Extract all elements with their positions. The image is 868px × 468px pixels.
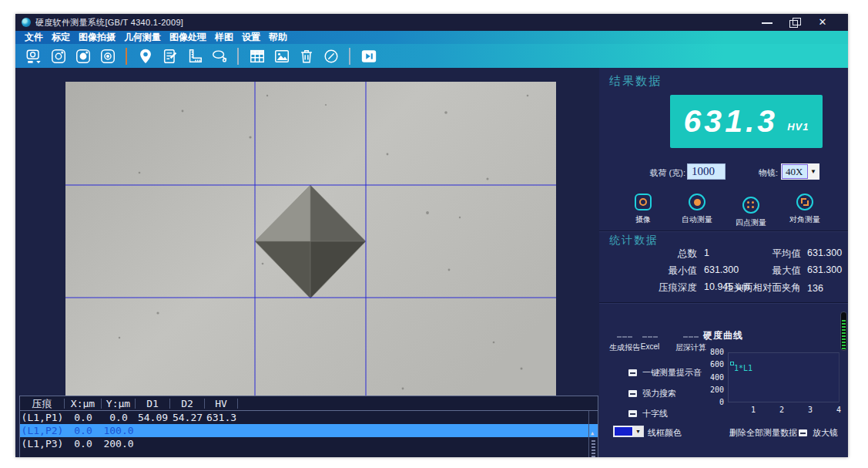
line-color-select[interactable]: ▼ xyxy=(613,426,644,437)
image-gallery-icon[interactable] xyxy=(271,46,292,66)
diagonal-measure-button[interactable]: 对角测量 xyxy=(778,193,832,225)
crosshair-checkbox[interactable]: 十字线 xyxy=(628,408,668,419)
col-header-indent: 压痕 xyxy=(20,399,65,409)
delete-all-data-button[interactable]: 删除全部测量数据 xyxy=(729,427,797,439)
table-scrollbar[interactable]: ▲ xyxy=(588,411,598,457)
toolbar-separator xyxy=(126,48,127,65)
hardness-value: 631.3 xyxy=(684,103,779,140)
menu-help[interactable]: 帮助 xyxy=(269,31,287,44)
x-tick: 2 xyxy=(779,406,784,414)
hardness-result-display: 631.3 HV1 xyxy=(670,95,823,148)
capture-target-icon[interactable] xyxy=(72,46,93,66)
microscope-image[interactable] xyxy=(65,82,556,407)
measure-ruler-icon[interactable] xyxy=(184,46,205,66)
level-meter-slider[interactable] xyxy=(840,311,847,351)
auto-measure-button[interactable]: 自动测量 xyxy=(670,193,724,225)
minimize-button[interactable] xyxy=(762,18,772,27)
table-row[interactable]: (L1,P1) 0.0 0.0 54.09 54.27 631.3 xyxy=(20,411,598,424)
stat-value: 1 xyxy=(704,247,709,258)
diagonal-corners-icon xyxy=(796,194,813,210)
capture-frame-icon[interactable] xyxy=(48,46,69,66)
close-button[interactable]: ✕ xyxy=(817,18,828,27)
stat-label: 压痕深度 xyxy=(612,281,697,295)
checkbox-icon xyxy=(628,390,637,397)
checkbox-icon xyxy=(799,429,807,436)
capture-eye-icon[interactable] xyxy=(97,46,118,66)
color-swatch xyxy=(614,426,633,436)
y-tick: 200 xyxy=(702,386,724,394)
y-tick: 600 xyxy=(702,360,724,369)
excel-export-button[interactable]: Excel xyxy=(633,342,667,351)
data-table-icon[interactable] xyxy=(246,46,267,66)
checkbox-icon xyxy=(628,369,637,376)
window-title: 硬度软件测量系统[GB/T 4340.1-2009] xyxy=(35,17,183,29)
menu-geometry-measure[interactable]: 几何测量 xyxy=(124,31,161,44)
objective-select[interactable]: 40X ▼ xyxy=(781,163,819,180)
chart-title: 硬度曲线 xyxy=(703,329,743,342)
toolbar-separator xyxy=(349,48,350,65)
camera-button[interactable]: 摄像 xyxy=(616,193,670,225)
maximize-button[interactable] xyxy=(789,18,800,27)
result-section-title: 结果数据 xyxy=(609,74,662,89)
app-window: 硬度软件测量系统[GB/T 4340.1-2009] ✕ 文件 标定 图像拍摄 … xyxy=(15,14,848,457)
scroll-up-icon[interactable]: ▲ xyxy=(591,431,596,436)
menu-sample[interactable]: 样图 xyxy=(215,31,233,44)
col-header-d1: D1 xyxy=(136,399,170,409)
table-header-row: 压痕 X:μm Y:μm D1 D2 HV xyxy=(20,396,598,411)
delete-trash-icon[interactable] xyxy=(296,46,317,66)
load-input[interactable] xyxy=(687,163,726,180)
stat-label: 平均值 xyxy=(739,247,801,261)
strong-search-checkbox[interactable]: 强力搜索 xyxy=(628,388,676,399)
scrollbar-thumb[interactable] xyxy=(592,440,595,457)
auto-measure-icon xyxy=(689,194,705,210)
edit-note-icon[interactable] xyxy=(159,46,180,66)
menu-file[interactable]: 文件 xyxy=(25,31,43,44)
objective-label: 物镜: xyxy=(750,167,778,179)
checkbox-icon xyxy=(628,410,637,417)
level-meter-fill xyxy=(842,320,846,349)
next-step-icon[interactable] xyxy=(358,46,379,66)
title-bar: 硬度软件测量系统[GB/T 4340.1-2009] ✕ xyxy=(15,14,848,31)
y-tick: 400 xyxy=(702,373,724,382)
stat-value: 631.300 xyxy=(807,247,842,258)
col-header-x: X:μm xyxy=(65,399,102,409)
x-tick: 1 xyxy=(751,406,756,414)
stat-label: 压头两相对面夹角 xyxy=(716,281,801,295)
table-row[interactable]: (L1,P3) 0.0 200.0 xyxy=(20,437,598,450)
four-point-measure-button[interactable]: 四点测量 xyxy=(724,193,778,228)
chevron-down-icon[interactable]: ▼ xyxy=(633,426,643,436)
menu-image-capture[interactable]: 图像拍摄 xyxy=(79,31,116,44)
x-tick: 3 xyxy=(808,406,813,414)
data-point-label: 1*L1 xyxy=(734,364,752,372)
hardness-curve-plot: 1*L1 xyxy=(728,352,840,402)
magnifier-checkbox[interactable]: 放大镜 xyxy=(799,427,838,439)
stat-value: 136 xyxy=(807,283,823,294)
stats-section-title: 统计数据 xyxy=(609,234,659,247)
four-point-icon xyxy=(742,197,759,214)
toolbar-separator xyxy=(237,48,239,65)
col-header-d2: D2 xyxy=(170,399,205,409)
col-header-hv: HV xyxy=(205,399,238,409)
y-tick: 0 xyxy=(702,398,724,406)
menu-image-processing[interactable]: 图像处理 xyxy=(169,31,206,44)
load-label: 载荷 (克): xyxy=(630,167,685,179)
menu-bar: 文件 标定 图像拍摄 几何测量 图像处理 样图 设置 帮助 xyxy=(15,31,848,44)
chevron-down-icon[interactable]: ▼ xyxy=(808,164,819,179)
stat-label: 最大值 xyxy=(739,264,801,278)
section-divider xyxy=(599,302,848,304)
lasso-select-icon[interactable] xyxy=(209,46,230,66)
locate-point-icon[interactable] xyxy=(135,46,156,66)
x-tick: 4 xyxy=(836,406,841,414)
col-header-y: Y:μm xyxy=(102,399,136,409)
table-row-selected[interactable]: (L1,P2) 0.0 100.0 xyxy=(20,424,598,437)
menu-settings[interactable]: 设置 xyxy=(242,31,260,44)
objective-value: 40X xyxy=(782,164,808,179)
measure-beep-checkbox[interactable]: 一键测量提示音 xyxy=(628,367,702,379)
line-color-label: 线框颜色 xyxy=(648,427,682,439)
y-tick: 800 xyxy=(702,348,724,356)
stat-value: 631.300 xyxy=(807,264,842,275)
menu-calibration[interactable]: 标定 xyxy=(52,31,70,44)
record-off-icon[interactable] xyxy=(320,46,341,66)
camera-source-icon[interactable] xyxy=(23,46,44,66)
stat-value: 631.300 xyxy=(704,264,739,275)
